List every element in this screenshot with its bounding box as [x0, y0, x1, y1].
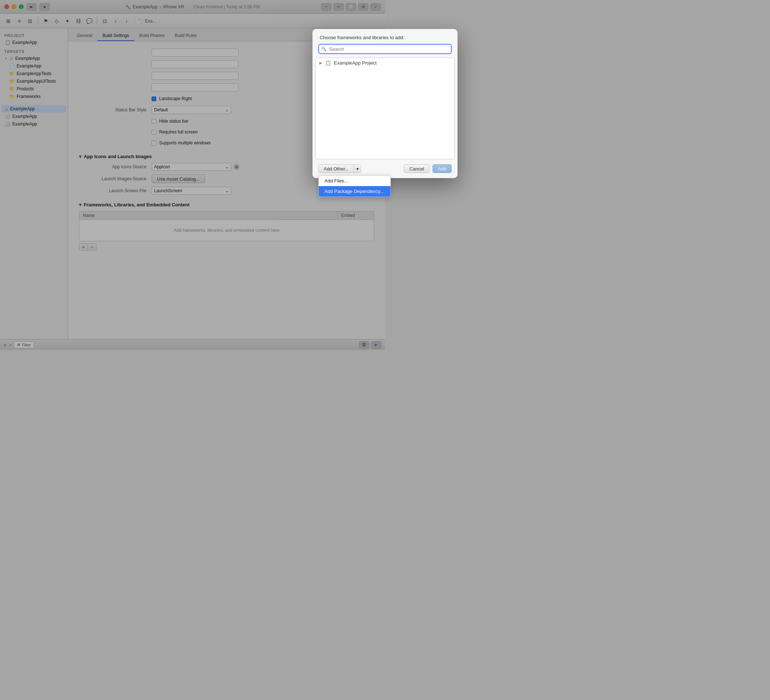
- modal-list-item-arrow: ▶: [319, 61, 322, 65]
- add-other-button[interactable]: Add Other...: [318, 164, 354, 173]
- add-files-item[interactable]: Add Files...: [319, 175, 385, 186]
- modal-overlay: Choose frameworks and libraries to add: …: [0, 0, 385, 350]
- modal-search-input[interactable]: [318, 44, 385, 54]
- modal-project-label: ExampleApp Project: [334, 60, 377, 66]
- modal-list-item-project[interactable]: ▶ 📋 ExampleApp Project: [316, 58, 385, 68]
- add-package-item[interactable]: Add Package Dependency...: [319, 186, 385, 196]
- add-other-dropdown-button[interactable]: ▾: [354, 164, 361, 173]
- modal-title: Choose frameworks and libraries to add:: [312, 29, 385, 44]
- add-other-dropdown-menu: Add Files... Add Package Dependency...: [318, 175, 385, 197]
- modal-footer-left: Add Other... ▾ Add Files... Add Package …: [318, 164, 361, 173]
- modal-search: 🔍: [318, 44, 385, 54]
- modal-project-icon: 📋: [325, 60, 331, 66]
- search-icon: 🔍: [321, 47, 327, 52]
- add-files-label: Add Files...: [324, 178, 348, 183]
- add-other-label: Add Other...: [324, 166, 349, 172]
- modal-dialog: Choose frameworks and libraries to add: …: [312, 29, 385, 178]
- modal-footer: Add Other... ▾ Add Files... Add Package …: [312, 159, 385, 178]
- modal-list: ▶ 📋 ExampleApp Project: [315, 58, 385, 159]
- add-package-label: Add Package Dependency...: [324, 189, 384, 194]
- add-other-dropdown-icon: ▾: [356, 166, 359, 172]
